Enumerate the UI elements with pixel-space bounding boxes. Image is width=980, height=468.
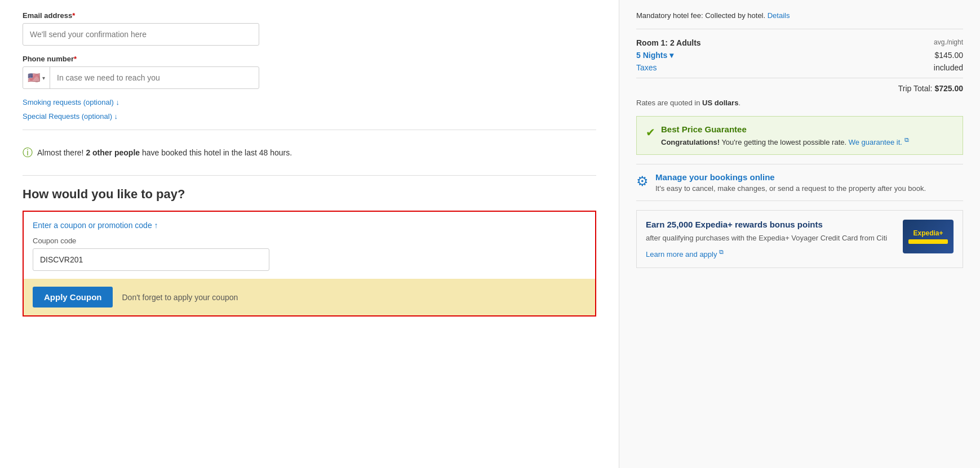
mandatory-fee-note: Collected by hotel. <box>705 11 765 20</box>
flag-dropdown-arrow-icon: ▾ <box>42 75 45 81</box>
urgency-suffix: have booked this hotel in the last 48 ho… <box>142 148 292 157</box>
price-breakdown: Room 1: 2 Adults avg./night 5 Nights ▾ $… <box>636 38 963 107</box>
email-form-group: Email address* <box>23 11 596 46</box>
card-strip <box>908 239 948 244</box>
email-label: Email address* <box>23 11 596 20</box>
apply-reminder-text: Don't forget to apply your coupon <box>122 293 238 302</box>
left-panel: Email address* Phone number* 🇺🇸 ▾ Smokin… <box>0 0 619 468</box>
email-input[interactable] <box>23 23 259 46</box>
best-price-text: Congratulations! You're getting the lowe… <box>661 136 909 146</box>
phone-input-wrapper: 🇺🇸 ▾ <box>23 66 259 89</box>
urgency-icon: ⓘ <box>23 146 33 159</box>
divider-1 <box>23 130 596 130</box>
apply-coupon-button[interactable]: Apply Coupon <box>33 287 113 307</box>
right-panel: Mandatory hotel fee: Collected by hotel.… <box>619 0 980 468</box>
taxes-link[interactable]: Taxes <box>636 63 657 72</box>
currency-note: Rates are quoted in US dollars. <box>636 99 963 107</box>
taxes-value: included <box>934 63 963 72</box>
phone-input[interactable] <box>50 69 259 87</box>
coupon-section: Enter a coupon or promotion code ↑ Coupo… <box>23 211 596 317</box>
manage-content: Manage your bookings online It's easy to… <box>655 172 926 193</box>
phone-required: * <box>74 55 77 63</box>
trip-total-row: Trip Total: $725.00 <box>636 84 963 93</box>
rewards-text: after qualifying purchases with the Expe… <box>646 233 895 244</box>
mandatory-fee-details-link[interactable]: Details <box>768 11 790 20</box>
urgency-bold: 2 other people <box>86 148 140 157</box>
manage-bookings-box: ⚙ Manage your bookings online It's easy … <box>636 164 963 201</box>
manage-bookings-text: It's easy to cancel, make changes, or se… <box>655 184 926 193</box>
nights-link[interactable]: 5 Nights ▾ <box>636 51 673 60</box>
price-divider <box>636 78 963 78</box>
urgency-text: Almost there! 2 other people have booked… <box>37 148 292 157</box>
nights-price: $145.00 <box>934 51 963 60</box>
phone-form-group: Phone number* 🇺🇸 ▾ <box>23 55 596 89</box>
coupon-input[interactable] <box>33 248 269 271</box>
divider-2 <box>23 175 596 176</box>
coupon-toggle-link[interactable]: Enter a coupon or promotion code ↑ <box>33 221 158 230</box>
mandatory-fee-section: Mandatory hotel fee: Collected by hotel.… <box>636 11 963 29</box>
rewards-external-link-icon: ⧉ <box>719 248 724 255</box>
trip-total-label: Trip Total: <box>898 84 933 93</box>
card-logo: Expedia+ <box>913 229 943 237</box>
best-price-guarantee-box: ✔ Best Price Guarantee Congratulations! … <box>636 116 963 155</box>
gear-icon: ⚙ <box>636 173 649 189</box>
nights-row: 5 Nights ▾ $145.00 <box>636 51 963 60</box>
smoking-requests-link[interactable]: Smoking requests (optional) ↓ <box>23 98 596 106</box>
credit-card-thumbnail: Expedia+ <box>903 220 954 253</box>
coupon-label: Coupon code <box>33 237 586 245</box>
trip-total-amount: $725.00 <box>934 84 963 93</box>
us-flag-icon: 🇺🇸 <box>28 72 40 84</box>
room-row: Room 1: 2 Adults avg./night <box>636 38 963 47</box>
rewards-content: Earn 25,000 Expedia+ rewards bonus point… <box>646 220 895 258</box>
special-requests-link[interactable]: Special Requests (optional) ↓ <box>23 112 596 121</box>
external-link-icon: ⧉ <box>904 136 909 143</box>
pay-heading: How would you like to pay? <box>23 187 596 202</box>
coupon-apply-bar: Apply Coupon Don't forget to apply your … <box>24 279 595 315</box>
avg-night-label: avg./night <box>934 38 963 46</box>
room-label: Room 1: 2 Adults <box>636 38 701 47</box>
rewards-title: Earn 25,000 Expedia+ rewards bonus point… <box>646 220 895 229</box>
urgency-prefix: Almost there! <box>37 148 83 157</box>
manage-bookings-title: Manage your bookings online <box>655 172 926 182</box>
taxes-row: Taxes included <box>636 63 963 72</box>
email-required: * <box>72 11 75 20</box>
phone-label: Phone number* <box>23 55 596 63</box>
rewards-link[interactable]: Learn more and apply ⧉ <box>646 250 724 258</box>
country-flag-selector[interactable]: 🇺🇸 ▾ <box>23 67 50 88</box>
mandatory-fee-label: Mandatory hotel fee: <box>636 11 703 20</box>
rewards-box: Earn 25,000 Expedia+ rewards bonus point… <box>636 210 963 268</box>
guarantee-link[interactable]: We guarantee it. ⧉ <box>849 138 909 146</box>
best-price-content: Best Price Guarantee Congratulations! Yo… <box>661 124 909 146</box>
green-check-icon: ✔ <box>646 126 655 139</box>
urgency-notice: ⓘ Almost there! 2 other people have book… <box>23 139 596 166</box>
best-price-title: Best Price Guarantee <box>661 124 909 134</box>
